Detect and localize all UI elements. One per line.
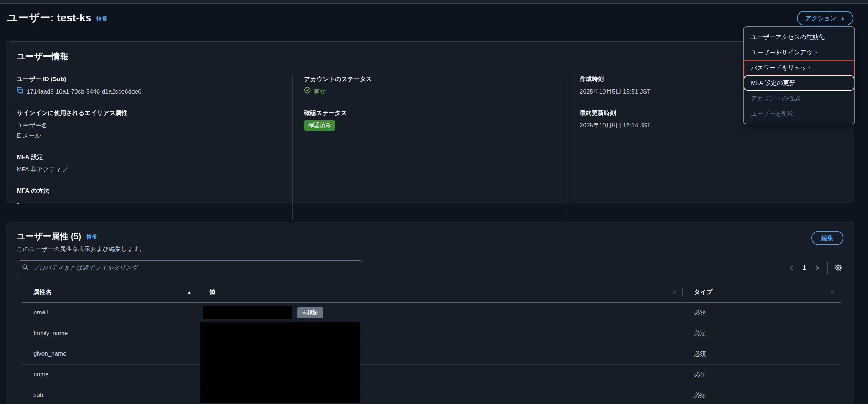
user-info-column-1: ユーザー ID (Sub) 1714aad8-10a1-70cb-5446-d1… <box>17 75 292 220</box>
actions-dropdown-menu: ユーザーアクセスの無効化 ユーザーをサインアウト パスワードをリセット MFA … <box>743 26 855 124</box>
table-row: email 未検証 必須 <box>22 302 841 323</box>
attribute-filter-field[interactable] <box>17 260 362 275</box>
table-row: family_name 必須 <box>22 323 841 344</box>
attribute-type-cell: 必須 <box>683 302 841 323</box>
attribute-name-cell: given_name <box>22 344 198 364</box>
mfa-methods-value: - <box>17 198 284 208</box>
user-id-value: 1714aad8-10a1-70cb-5446-d1a2cce6dde6 <box>27 86 141 97</box>
attributes-info-link[interactable]: 情報 <box>87 234 97 240</box>
menu-item-delete-user: ユーザーを削除 <box>744 106 854 121</box>
sort-desc-icon[interactable]: ▽ <box>673 289 676 295</box>
user-attributes-heading: ユーザー属性 (5) <box>17 232 81 241</box>
field-label: 確認ステータス <box>304 109 559 117</box>
attribute-name-cell: email <box>22 302 198 323</box>
menu-item-update-mfa-settings[interactable]: MFA 設定の更新 <box>744 75 854 91</box>
field-label: ユーザー ID (Sub) <box>17 75 284 83</box>
page-title: ユーザー: test-ks <box>7 10 91 26</box>
table-header-row: 属性名 ▲ 値 ▽ タイプ <box>22 282 841 302</box>
chevron-right-icon[interactable] <box>812 262 822 273</box>
chevron-left-icon[interactable] <box>786 262 797 273</box>
attribute-filter-input[interactable] <box>32 264 357 272</box>
user-info-heading: ユーザー情報 <box>17 51 843 62</box>
redacted-value <box>203 306 292 319</box>
attribute-value-cell: 未検証 <box>198 302 683 323</box>
attribute-table: 属性名 ▲ 値 ▽ タイプ <box>22 282 841 404</box>
caret-up-icon: ▲ <box>841 16 845 20</box>
table-row: sub 必須 <box>22 385 841 404</box>
field-mfa-settings: MFA 設定 MFA 非アクティブ <box>17 153 284 175</box>
actions-button[interactable]: アクション ▲ <box>797 11 853 25</box>
current-page-number[interactable]: 1 <box>799 264 810 271</box>
top-divider-strip <box>0 0 868 4</box>
edit-button[interactable]: 編集 <box>811 231 843 245</box>
confirmed-status-badge: 確認済み <box>304 120 335 131</box>
redacted-values-block <box>200 322 360 403</box>
menu-item-sign-out-user[interactable]: ユーザーをサインアウト <box>744 45 854 60</box>
search-icon <box>22 264 28 272</box>
table-row: given_name 必須 <box>22 344 841 364</box>
page-info-link[interactable]: 情報 <box>96 16 107 22</box>
page-header: ユーザー: test-ks 情報 アクション ▲ <box>7 10 854 31</box>
field-alias-attributes: サインインに使用されるエイリアス属性 ユーザー名 E メール <box>17 109 284 141</box>
user-info-grid: ユーザー ID (Sub) 1714aad8-10a1-70cb-5446-d1… <box>17 75 843 220</box>
field-user-id: ユーザー ID (Sub) 1714aad8-10a1-70cb-5446-d1… <box>17 75 284 97</box>
actions-button-label: アクション <box>805 14 836 22</box>
field-confirm-status: 確認ステータス 確認済み <box>304 109 559 131</box>
check-circle-icon <box>304 86 311 97</box>
attribute-type-cell: 必須 <box>683 323 841 344</box>
field-mfa-methods: MFA の方法 - <box>17 187 284 208</box>
gear-icon[interactable] <box>833 262 843 273</box>
user-info-panel: ユーザー情報 ユーザー ID (Sub) 1714aad8-10a1-70cb-… <box>6 41 854 203</box>
attributes-description: このユーザーの属性を表示および編集します。 <box>17 245 811 253</box>
attribute-type-cell: 必須 <box>683 344 841 364</box>
alias-value-email: E メール <box>17 131 284 141</box>
column-header-value[interactable]: 値 ▽ <box>198 282 683 302</box>
pagination-divider <box>827 261 828 274</box>
user-attributes-panel: ユーザー属性 (5) 情報 このユーザーの属性を表示および編集します。 編集 1 <box>6 222 854 404</box>
account-status-value: 有効 <box>314 86 326 97</box>
attribute-type-cell: 必須 <box>683 364 841 385</box>
sort-desc-icon[interactable]: ▽ <box>831 289 834 295</box>
attribute-name-cell: name <box>22 364 198 385</box>
column-header-type[interactable]: タイプ ▽ <box>683 282 841 302</box>
pagination: 1 <box>786 262 822 273</box>
alias-value-username: ユーザー名 <box>17 120 284 131</box>
menu-item-confirm-account: アカウントの確認 <box>744 91 854 106</box>
menu-item-disable-user-access[interactable]: ユーザーアクセスの無効化 <box>744 30 854 45</box>
field-label: MFA 設定 <box>17 153 284 161</box>
attribute-type-cell: 必須 <box>683 385 841 404</box>
sort-asc-icon[interactable]: ▲ <box>187 289 192 295</box>
table-row: name 必須 <box>22 364 841 385</box>
menu-item-reset-password[interactable]: パスワードをリセット <box>744 60 854 75</box>
field-label: サインインに使用されるエイリアス属性 <box>17 109 284 117</box>
attribute-name-cell: family_name <box>22 323 198 344</box>
field-label: アカウントのステータス <box>304 75 559 83</box>
unverified-badge: 未検証 <box>297 307 323 318</box>
field-account-status: アカウントのステータス 有効 <box>304 75 559 97</box>
field-label: MFA の方法 <box>17 187 284 195</box>
attribute-name-cell: sub <box>22 385 198 404</box>
mfa-value: MFA 非アクティブ <box>17 164 284 175</box>
user-info-column-2: アカウントのステータス 有効 確認ステータス 確認済み <box>292 75 568 220</box>
copy-icon[interactable] <box>17 86 23 97</box>
column-header-attribute-name[interactable]: 属性名 ▲ <box>22 282 198 302</box>
